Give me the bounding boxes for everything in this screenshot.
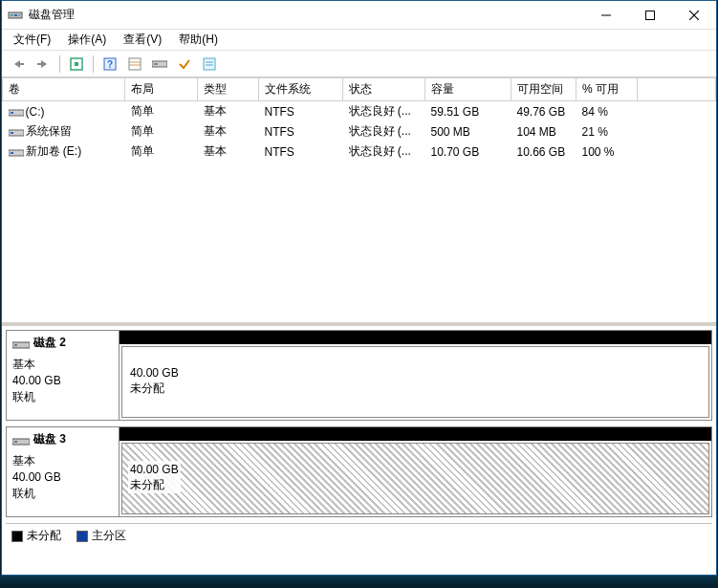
- help-button[interactable]: ?: [99, 54, 120, 75]
- back-button[interactable]: [8, 54, 29, 75]
- cell-status: 状态良好 (...: [343, 142, 425, 162]
- table-row[interactable]: (C:)简单基本NTFS状态良好 (...59.51 GB49.76 GB84 …: [3, 101, 716, 122]
- forward-button[interactable]: [33, 54, 54, 75]
- legend-label-primary: 主分区: [92, 528, 126, 544]
- disk-size: 40.00 GB: [12, 469, 113, 486]
- view-list-button[interactable]: [124, 54, 145, 75]
- disk-row[interactable]: 磁盘 2基本40.00 GB联机40.00 GB未分配: [6, 330, 712, 421]
- titlebar[interactable]: 磁盘管理: [2, 1, 716, 30]
- cell-free: 49.76 GB: [511, 101, 577, 122]
- col-status[interactable]: 状态: [343, 78, 425, 101]
- disk-title: 磁盘 2: [33, 335, 66, 351]
- col-filesystem[interactable]: 文件系统: [259, 78, 343, 101]
- svg-rect-14: [129, 58, 141, 70]
- cell-free: 10.66 GB: [511, 142, 577, 162]
- col-free[interactable]: 可用空间: [511, 78, 577, 101]
- col-pctfree[interactable]: % 可用: [577, 78, 638, 101]
- menu-action[interactable]: 操作(A): [60, 30, 114, 50]
- cell-capacity: 500 MB: [425, 121, 511, 142]
- svg-rect-1: [11, 14, 13, 16]
- disk-info: 磁盘 3基本40.00 GB联机: [7, 427, 120, 516]
- legend: 未分配 主分区: [6, 523, 712, 548]
- toolbar-separator: [93, 55, 94, 73]
- cell-status: 状态良好 (...: [343, 121, 425, 142]
- volume-list-pane[interactable]: 卷 布局 类型 文件系统 状态 容量 可用空间 % 可用 (C:)简单基本NTF…: [2, 77, 716, 326]
- cell-type: 基本: [198, 121, 259, 142]
- partition-status: 未分配: [130, 381, 179, 396]
- svg-rect-5: [646, 11, 655, 19]
- col-capacity[interactable]: 容量: [425, 78, 511, 101]
- disk-icon: [12, 338, 30, 348]
- maximize-button[interactable]: [628, 1, 672, 29]
- cell-volume: (C:): [3, 101, 125, 122]
- disk-title: 磁盘 3: [33, 431, 66, 447]
- cell-pct: 100 %: [577, 142, 638, 162]
- content-area: 卷 布局 类型 文件系统 状态 容量 可用空间 % 可用 (C:)简单基本NTF…: [2, 77, 716, 575]
- window-title: 磁盘管理: [29, 7, 584, 23]
- volume-name: (C:): [26, 105, 45, 119]
- table-row[interactable]: 系统保留简单基本NTFS状态良好 (...500 MB104 MB21 %: [3, 121, 716, 142]
- volume-icon: [9, 107, 22, 117]
- svg-rect-8: [19, 63, 24, 65]
- app-icon: [8, 8, 23, 23]
- svg-rect-27: [11, 152, 13, 154]
- menu-view[interactable]: 查看(V): [116, 30, 169, 50]
- disk-partition[interactable]: 40.00 GB未分配: [121, 346, 709, 418]
- col-volume[interactable]: 卷: [3, 78, 125, 101]
- col-layout[interactable]: 布局: [125, 78, 198, 101]
- legend-swatch-primary: [76, 531, 88, 542]
- close-button[interactable]: [672, 1, 716, 29]
- volume-name: 新加卷 (E:): [26, 144, 82, 158]
- svg-rect-11: [75, 62, 78, 66]
- disk-graphic: 40.00 GB未分配: [120, 427, 711, 516]
- legend-primary: 主分区: [76, 528, 126, 544]
- cell-capacity: 59.51 GB: [425, 101, 511, 122]
- disk-graphic-pane[interactable]: 磁盘 2基本40.00 GB联机40.00 GB未分配磁盘 3基本40.00 G…: [2, 326, 716, 575]
- disk-icon: [12, 435, 30, 445]
- cell-fs: NTFS: [259, 142, 343, 162]
- disk-partition[interactable]: 40.00 GB未分配: [121, 443, 709, 514]
- cell-free: 104 MB: [511, 121, 577, 142]
- refresh-button[interactable]: [66, 54, 87, 75]
- cell-status: 状态良好 (...: [343, 101, 425, 122]
- legend-label-unallocated: 未分配: [27, 528, 61, 544]
- svg-rect-2: [14, 14, 17, 16]
- table-row[interactable]: 新加卷 (E:)简单基本NTFS状态良好 (...10.70 GB10.66 G…: [3, 142, 716, 162]
- desktop-taskbar-edge: [0, 576, 718, 585]
- menu-help[interactable]: 帮助(H): [171, 30, 226, 50]
- partition-size: 40.00 GB: [130, 462, 179, 477]
- volume-icon: [9, 127, 22, 137]
- cell-pct: 21 %: [577, 121, 638, 142]
- svg-rect-9: [37, 63, 42, 65]
- col-type[interactable]: 类型: [198, 78, 259, 101]
- cell-capacity: 10.70 GB: [425, 142, 511, 162]
- cell-pct: 84 %: [577, 101, 638, 122]
- disk-row[interactable]: 磁盘 3基本40.00 GB联机40.00 GB未分配: [6, 426, 712, 517]
- svg-rect-25: [11, 132, 13, 134]
- cell-type: 基本: [198, 101, 259, 122]
- disk-status: 联机: [12, 486, 113, 502]
- disk-header-bar: [120, 331, 711, 344]
- partition-status: 未分配: [130, 477, 179, 492]
- menubar: 文件(F) 操作(A) 查看(V) 帮助(H): [2, 30, 716, 51]
- check-button[interactable]: [174, 54, 195, 75]
- cell-volume: 系统保留: [3, 121, 125, 142]
- menu-file[interactable]: 文件(F): [6, 30, 58, 50]
- svg-rect-29: [14, 344, 17, 346]
- cell-fs: NTFS: [259, 101, 343, 122]
- minimize-button[interactable]: [584, 1, 628, 29]
- svg-rect-18: [154, 63, 158, 65]
- svg-rect-19: [204, 58, 215, 70]
- cell-layout: 简单: [125, 121, 198, 142]
- toolbar-separator: [59, 55, 60, 73]
- cell-type: 基本: [198, 142, 259, 162]
- properties-button[interactable]: [199, 54, 220, 75]
- svg-rect-23: [11, 112, 13, 114]
- disk-type: 基本: [12, 357, 113, 373]
- partition-size: 40.00 GB: [130, 365, 179, 381]
- cell-fs: NTFS: [259, 121, 343, 142]
- disk-graphic: 40.00 GB未分配: [120, 331, 711, 420]
- svg-rect-3: [18, 14, 20, 16]
- volume-table: 卷 布局 类型 文件系统 状态 容量 可用空间 % 可用 (C:)简单基本NTF…: [2, 77, 716, 162]
- view-graphic-button[interactable]: [149, 54, 170, 75]
